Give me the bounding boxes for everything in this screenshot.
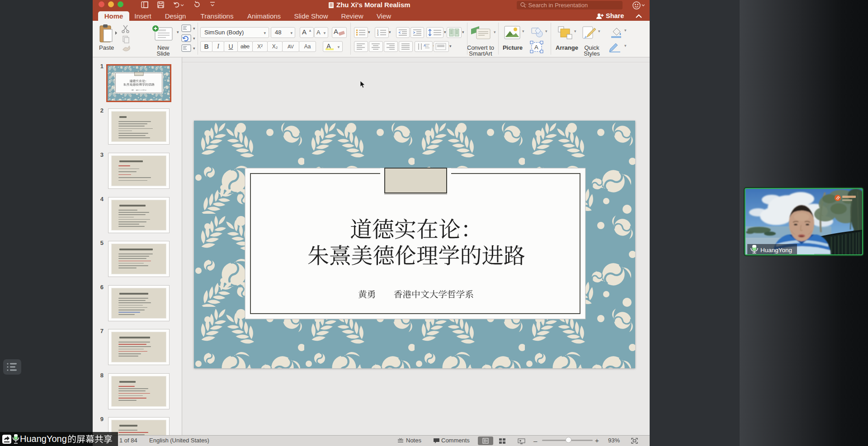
svg-text:HuangYong: HuangYong [760,247,792,254]
svg-text:3: 3 [377,33,379,36]
svg-text:A: A [534,44,538,51]
svg-text:A: A [424,44,426,47]
